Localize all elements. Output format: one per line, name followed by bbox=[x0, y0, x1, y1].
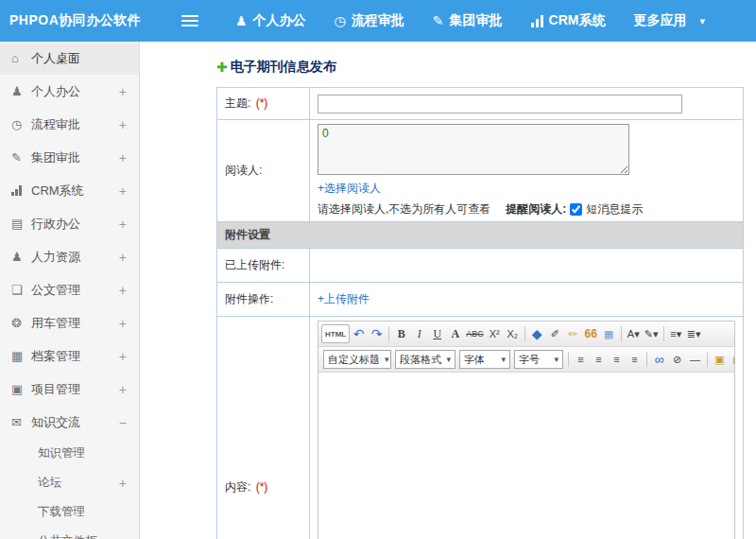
font-size-select[interactable]: 字号 ▾ bbox=[514, 350, 563, 369]
readers-hint: 请选择阅读人,不选为所有人可查看 bbox=[318, 201, 490, 217]
edit-icon: ✎ bbox=[11, 150, 31, 165]
sidebar-subitem-download-management[interactable]: 下载管理 bbox=[0, 497, 139, 527]
sidebar-item-workflow-approval[interactable]: ◷ 流程审批 + bbox=[0, 108, 139, 141]
sidebar-item-personal-desktop[interactable]: ⌂ 个人桌面 bbox=[0, 42, 139, 75]
sidebar-item-label: 人力资源 bbox=[31, 249, 80, 266]
highlight-color-button[interactable]: ✎▾ bbox=[643, 324, 661, 343]
select-value: 字号 bbox=[519, 353, 540, 367]
undo-button[interactable]: ↶ bbox=[350, 324, 368, 343]
sms-notify-checkbox[interactable] bbox=[570, 203, 582, 216]
page-title: ✚ 电子期刊信息发布 bbox=[216, 59, 756, 76]
bold-button[interactable]: B bbox=[392, 324, 410, 343]
format-brush-button[interactable]: ✐ bbox=[546, 324, 564, 343]
nav-workflow-approval[interactable]: ◷ 流程审批 bbox=[320, 0, 419, 42]
expand-indicator: + bbox=[119, 183, 127, 199]
superscript-button[interactable]: X² bbox=[486, 324, 504, 343]
sidebar-item-label: 用车管理 bbox=[31, 315, 80, 332]
sidebar-subitem-label: 公共文件柜 bbox=[38, 533, 97, 539]
unordered-list-button[interactable]: ≣▾ bbox=[685, 324, 703, 343]
char-style-button[interactable]: A bbox=[446, 324, 464, 343]
paste-table-button[interactable]: ▦ bbox=[600, 324, 618, 343]
sidebar-item-crm-system[interactable]: CRM系统 + bbox=[0, 174, 139, 207]
choose-readers-link[interactable]: +选择阅读人 bbox=[318, 181, 381, 197]
sidebar-item-document-management[interactable]: ❏ 公文管理 + bbox=[0, 273, 139, 306]
upload-attachment-link[interactable]: +上传附件 bbox=[318, 291, 369, 307]
car-icon: ❂ bbox=[11, 316, 31, 330]
custom-title-select[interactable]: 自定义标题 ▾ bbox=[323, 350, 391, 369]
sidebar-item-personal-office[interactable]: ♟ 个人办公 + bbox=[0, 75, 139, 108]
unlink-button[interactable]: ⊘ bbox=[668, 350, 686, 369]
project-icon: ▣ bbox=[11, 382, 31, 396]
sidebar-item-vehicle-management[interactable]: ❂ 用车管理 + bbox=[0, 306, 139, 339]
toolbar-separator bbox=[707, 352, 708, 367]
expand-indicator: + bbox=[119, 117, 127, 132]
topbar: PHPOA协同办公软件 ♟ 个人办公 ◷ 流程审批 ✎ 集团审批 CRM系统 更… bbox=[0, 0, 756, 42]
readers-textarea[interactable]: 0 bbox=[318, 124, 629, 175]
media-button[interactable]: ▶ bbox=[729, 350, 734, 369]
sidebar-subitem-label: 知识管理 bbox=[38, 445, 85, 461]
nav-more-apps[interactable]: 更多应用 ▾ bbox=[619, 0, 719, 42]
nav-personal-office[interactable]: ♟ 个人办公 bbox=[221, 0, 320, 42]
expand-indicator: + bbox=[119, 382, 127, 397]
expand-indicator: + bbox=[119, 283, 127, 298]
attachment-action-cell: +上传附件 bbox=[310, 283, 744, 317]
sidebar-item-label: 档案管理 bbox=[31, 348, 80, 365]
sidebar-item-label: 个人办公 bbox=[31, 83, 80, 100]
editor-canvas[interactable] bbox=[318, 373, 734, 539]
readers-input-cell: 0 +选择阅读人 请选择阅读人,不选为所有人可查看 提醒阅读人: 短消息提示 bbox=[310, 120, 744, 222]
subject-input[interactable] bbox=[318, 95, 682, 113]
align-center-button[interactable]: ≡ bbox=[590, 350, 608, 369]
paragraph-format-select[interactable]: 段落格式 ▾ bbox=[395, 350, 455, 369]
briefcase-icon: ▤ bbox=[11, 217, 31, 231]
add-icon: ✚ bbox=[216, 60, 228, 75]
sidebar-subitem-public-file-cabinet[interactable]: 公共文件柜 bbox=[0, 527, 139, 539]
toolbar-separator bbox=[621, 326, 622, 341]
toolbar-separator bbox=[388, 326, 389, 341]
sidebar-subitem-forum[interactable]: 论坛 + bbox=[0, 468, 139, 497]
toolbar-separator bbox=[663, 326, 664, 341]
sidebar-item-group-approval[interactable]: ✎ 集团审批 + bbox=[0, 141, 139, 174]
editor-toolbar-row1: HTML ↶ ↷ B I U A ABC X² X₂ ◆ ✐ bbox=[318, 322, 734, 347]
page-title-text: 电子期刊信息发布 bbox=[231, 59, 336, 76]
remove-format-button[interactable]: ◆ bbox=[528, 324, 546, 343]
hr-button[interactable]: — bbox=[686, 350, 704, 369]
blockquote-button[interactable]: 66 bbox=[582, 324, 600, 343]
ordered-list-button[interactable]: ≡▾ bbox=[667, 324, 685, 343]
expand-indicator: + bbox=[119, 84, 127, 99]
uploaded-attachments-cell bbox=[310, 249, 744, 283]
sidebar-item-project-management[interactable]: ▣ 项目管理 + bbox=[0, 373, 139, 406]
subject-label: 主题: bbox=[225, 96, 250, 110]
clear-doc-button[interactable]: ✏ bbox=[564, 324, 582, 343]
collapse-indicator: − bbox=[119, 415, 127, 430]
select-value: 自定义标题 bbox=[328, 353, 380, 367]
sidebar-item-label: 个人桌面 bbox=[31, 50, 80, 67]
nav-label: 流程审批 bbox=[352, 12, 404, 29]
nav-group-approval[interactable]: ✎ 集团审批 bbox=[419, 0, 517, 42]
html-source-button[interactable]: HTML bbox=[321, 324, 350, 343]
underline-button[interactable]: U bbox=[428, 324, 446, 343]
sidebar-item-admin-office[interactable]: ▤ 行政办公 + bbox=[0, 207, 139, 240]
sidebar-item-archive-management[interactable]: ▦ 档案管理 + bbox=[0, 339, 139, 373]
font-family-select[interactable]: 字体 ▾ bbox=[459, 350, 510, 369]
align-justify-button[interactable]: ≡ bbox=[626, 350, 644, 369]
hamburger-menu-icon[interactable] bbox=[181, 0, 206, 42]
sidebar-item-human-resources[interactable]: ♟ 人力资源 + bbox=[0, 240, 139, 273]
redo-button[interactable]: ↷ bbox=[368, 324, 386, 343]
sidebar-subitem-knowledge-management[interactable]: 知识管理 bbox=[0, 439, 139, 468]
select-value: 字体 bbox=[464, 353, 485, 367]
subscript-button[interactable]: X₂ bbox=[504, 324, 522, 343]
align-right-button[interactable]: ≡ bbox=[608, 350, 626, 369]
expand-indicator: + bbox=[119, 150, 127, 165]
font-color-button[interactable]: A▾ bbox=[625, 324, 643, 343]
nav-crm-system[interactable]: CRM系统 bbox=[517, 0, 620, 42]
link-button[interactable]: ∞ bbox=[650, 350, 668, 369]
content-row: 内容: (*) HTML ↶ ↷ B I U A ABC bbox=[217, 317, 744, 539]
desktop-icon: ⌂ bbox=[11, 51, 31, 65]
strikethrough-button[interactable]: ABC bbox=[464, 324, 486, 343]
sidebar-item-knowledge-exchange[interactable]: ✉ 知识交流 − bbox=[0, 406, 139, 439]
italic-button[interactable]: I bbox=[410, 324, 428, 343]
sidebar-item-label: 项目管理 bbox=[31, 381, 80, 398]
expand-indicator: + bbox=[119, 250, 127, 265]
align-left-button[interactable]: ≡ bbox=[572, 350, 590, 369]
image-button[interactable]: ▣ bbox=[711, 350, 729, 369]
